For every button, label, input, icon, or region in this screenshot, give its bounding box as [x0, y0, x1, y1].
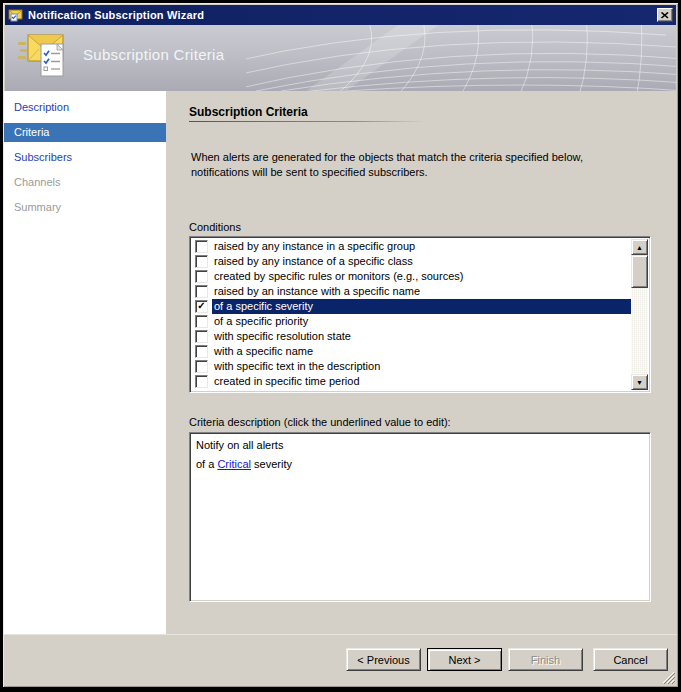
sidebar-item-subscribers[interactable]: Subscribers — [4, 148, 166, 167]
footer-buttons: < PreviousNext >FinishCancel — [346, 648, 668, 671]
sidebar-item-label: Subscribers — [14, 151, 72, 163]
content-panel: Subscription Criteria When alerts are ge… — [166, 91, 677, 634]
condition-label: raised by an instance with a specific na… — [212, 284, 631, 299]
window-envelope-icon — [8, 7, 24, 23]
sidebar-item-label: Summary — [14, 201, 61, 213]
title-bar: Notification Subscription Wizard — [5, 5, 676, 25]
condition-label: with a specific name — [212, 344, 631, 359]
close-button[interactable] — [657, 8, 673, 22]
critical-value-link[interactable]: Critical — [217, 458, 251, 470]
condition-row[interactable]: with specific text in the description — [192, 359, 631, 374]
checkbox[interactable] — [195, 255, 208, 268]
sidebar-item-label: Criteria — [14, 126, 49, 138]
sidebar-item-summary: Summary — [4, 198, 166, 217]
sidebar-item-label: Description — [14, 101, 69, 113]
checkbox[interactable] — [195, 330, 208, 343]
criteria-description-box: Notify on all alerts of a Critical sever… — [189, 432, 651, 602]
wizard-banner: Subscription Criteria — [5, 25, 676, 92]
checkbox[interactable] — [195, 345, 208, 358]
checkbox[interactable] — [195, 375, 208, 388]
conditions-label: Conditions — [189, 221, 241, 233]
page-title: Subscription Criteria — [189, 105, 308, 119]
sidebar-item-channels: Channels — [4, 173, 166, 192]
scrollbar-thumb[interactable] — [631, 255, 648, 288]
banner-title: Subscription Criteria — [83, 46, 224, 63]
conditions-rows: raised by any instance in a specific gro… — [192, 239, 631, 390]
checkbox[interactable] — [195, 285, 208, 298]
condition-label: of a specific priority — [212, 314, 631, 329]
checkbox[interactable] — [195, 315, 208, 328]
arrow-up-icon: ▲ — [636, 244, 643, 251]
criteria-description-line1: Notify on all alerts — [196, 436, 644, 455]
resize-grip-icon[interactable] — [662, 671, 675, 684]
criteria-line2-suffix: severity — [251, 458, 292, 470]
cancel-button[interactable]: Cancel — [593, 648, 668, 671]
condition-label: with specific resolution state — [212, 329, 631, 344]
globe-mesh-decoration — [246, 25, 676, 91]
condition-row[interactable]: with specific resolution state — [192, 329, 631, 344]
scroll-down-button[interactable]: ▼ — [631, 374, 648, 390]
criteria-description-line2: of a Critical severity — [196, 455, 644, 474]
arrow-down-icon: ▼ — [636, 379, 643, 386]
close-icon — [661, 12, 669, 19]
condition-row[interactable]: ✓of a specific severity — [192, 299, 631, 314]
checkbox[interactable] — [195, 270, 208, 283]
sidebar-nav: DescriptionCriteriaSubscribersChannelsSu… — [4, 91, 166, 634]
previous-button[interactable]: < Previous — [346, 648, 421, 671]
scroll-up-button[interactable]: ▲ — [631, 239, 648, 255]
checkbox-checked[interactable]: ✓ — [195, 300, 208, 313]
condition-row[interactable]: of a specific priority — [192, 314, 631, 329]
heading-rule — [189, 121, 426, 122]
scrollbar[interactable]: ▲ ▼ — [631, 239, 648, 390]
wizard-window: Notification Subscription Wizard — [3, 3, 678, 687]
finish-button: Finish — [508, 648, 583, 671]
sidebar-item-description[interactable]: Description — [4, 98, 166, 117]
checkbox[interactable] — [195, 360, 208, 373]
condition-label: with specific text in the description — [212, 359, 631, 374]
checkbox[interactable] — [195, 240, 208, 253]
condition-label: raised by any instance of a specific cla… — [212, 254, 631, 269]
sidebar-item-label: Channels — [14, 176, 60, 188]
condition-row[interactable]: created by specific rules or monitors (e… — [192, 269, 631, 284]
condition-label: created by specific rules or monitors (e… — [212, 269, 631, 284]
condition-label: of a specific severity — [212, 299, 631, 314]
criteria-line2-prefix: of a — [196, 458, 217, 470]
condition-row[interactable]: with a specific name — [192, 344, 631, 359]
intro-line-1: When alerts are generated for the object… — [191, 150, 583, 165]
condition-row[interactable]: raised by an instance with a specific na… — [192, 284, 631, 299]
intro-text: When alerts are generated for the object… — [191, 150, 583, 180]
condition-row[interactable]: raised by any instance in a specific gro… — [192, 239, 631, 254]
condition-label: created in specific time period — [212, 374, 631, 389]
conditions-listbox[interactable]: raised by any instance in a specific gro… — [189, 236, 651, 393]
condition-row[interactable]: created in specific time period — [192, 374, 631, 389]
condition-row[interactable]: raised by any instance of a specific cla… — [192, 254, 631, 269]
condition-label: raised by any instance in a specific gro… — [212, 239, 631, 254]
intro-line-2: notifications will be sent to specified … — [191, 165, 583, 180]
next-button[interactable]: Next > — [427, 648, 502, 671]
envelope-checklist-icon — [17, 31, 71, 85]
footer-separator — [4, 634, 677, 635]
sidebar-item-criteria[interactable]: Criteria — [4, 123, 166, 142]
window-title: Notification Subscription Wizard — [28, 9, 204, 21]
criteria-description-label: Criteria description (click the underlin… — [189, 416, 451, 428]
